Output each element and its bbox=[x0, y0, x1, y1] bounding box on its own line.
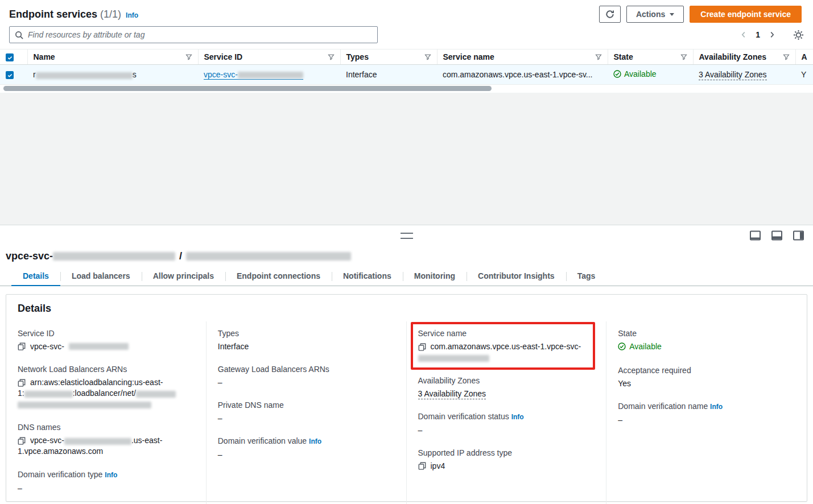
redacted-text bbox=[238, 72, 303, 79]
service-name-line2 bbox=[418, 352, 595, 363]
field-gateway-lb-arns: Gateway Load Balancers ARNs – bbox=[218, 364, 395, 387]
split-panel-divider bbox=[0, 225, 813, 246]
field-label: Service ID bbox=[18, 328, 195, 338]
info-link[interactable]: Info bbox=[105, 471, 117, 479]
column-header-name[interactable]: Name bbox=[27, 49, 198, 65]
field-label: Service name bbox=[418, 328, 595, 338]
column-header-availability-zones[interactable]: Availability Zones bbox=[693, 49, 795, 65]
panel-title-separator: / bbox=[179, 250, 182, 262]
table-row[interactable]: rs vpce-svc- Interface com.amazonaws.vpc… bbox=[0, 65, 813, 85]
field-label: DNS names bbox=[18, 422, 195, 432]
field-domain-verification-status: Domain verification status Info – bbox=[418, 411, 595, 435]
split-panel-side-icon[interactable] bbox=[793, 231, 804, 241]
service-id-link[interactable]: vpce-svc- bbox=[204, 71, 303, 80]
actions-button[interactable]: Actions bbox=[626, 6, 684, 23]
field-label: State bbox=[618, 328, 795, 338]
filter-icon[interactable] bbox=[328, 53, 335, 60]
cell-acceptance: Y bbox=[795, 65, 813, 85]
horizontal-scrollbar[interactable] bbox=[3, 86, 810, 91]
field-label: Domain verification status Info bbox=[418, 411, 595, 422]
field-value: ipv4 bbox=[418, 461, 595, 471]
previous-page-button[interactable] bbox=[740, 31, 748, 39]
current-page[interactable]: 1 bbox=[756, 30, 760, 39]
copy-icon[interactable] bbox=[418, 343, 426, 351]
horizontal-scrollbar-thumb[interactable] bbox=[3, 86, 492, 91]
status-badge: Available bbox=[618, 341, 662, 352]
endpoint-services-page: Endpoint services (1/1) Info Actions Cre… bbox=[0, 0, 813, 502]
filter-icon[interactable] bbox=[185, 53, 192, 60]
redacted-text bbox=[69, 343, 129, 350]
preferences-button[interactable] bbox=[793, 30, 804, 40]
panel-tabs: Details Load balancers Allow principals … bbox=[0, 268, 813, 286]
arn-line2-start: 1: bbox=[18, 389, 24, 398]
field-label: Supported IP address type bbox=[418, 448, 595, 458]
field-service-id: Service ID vpce-svc- bbox=[18, 328, 195, 352]
table-toolbar: 1 bbox=[0, 26, 813, 43]
info-link[interactable]: Info bbox=[710, 403, 723, 411]
column-header-service-id[interactable]: Service ID bbox=[198, 49, 340, 65]
filter-icon[interactable] bbox=[783, 53, 790, 60]
filter-icon[interactable] bbox=[595, 53, 602, 60]
field-value: vpce-svc- bbox=[18, 341, 195, 352]
tab-monitoring[interactable]: Monitoring bbox=[403, 268, 467, 286]
copy-icon[interactable] bbox=[18, 342, 26, 350]
field-domain-verification-name: Domain verification name Info – bbox=[618, 401, 795, 425]
ip-type-text: ipv4 bbox=[431, 461, 445, 471]
check-circle-icon bbox=[613, 70, 621, 78]
search-input[interactable] bbox=[27, 26, 377, 43]
tab-endpoint-connections[interactable]: Endpoint connections bbox=[225, 268, 332, 286]
field-state: State Available bbox=[618, 328, 795, 353]
info-link[interactable]: Info bbox=[511, 413, 524, 421]
availability-zones-popover-trigger[interactable]: 3 Availability Zones bbox=[418, 389, 486, 399]
info-link[interactable]: Info bbox=[126, 11, 138, 19]
column-header-state[interactable]: State bbox=[608, 49, 693, 65]
gear-icon bbox=[793, 30, 804, 40]
details-grid: Service ID vpce-svc- Network Load Balanc… bbox=[6, 321, 807, 501]
redacted-text bbox=[24, 391, 73, 398]
next-page-button[interactable] bbox=[768, 31, 776, 39]
create-endpoint-service-button[interactable]: Create endpoint service bbox=[690, 6, 802, 23]
dns-prefix: vpce-svc- bbox=[30, 436, 64, 445]
field-value: 3 Availability Zones bbox=[418, 389, 595, 399]
field-label: Private DNS name bbox=[218, 400, 395, 410]
caret-down-icon bbox=[670, 13, 674, 16]
split-panel-bottom-icon[interactable] bbox=[750, 231, 761, 241]
field-nlb-arns: Network Load Balancers ARNs arn:aws:elas… bbox=[18, 364, 195, 410]
field-value: – bbox=[218, 449, 395, 460]
filter-icon[interactable] bbox=[424, 53, 431, 60]
column-header-acceptance[interactable]: A bbox=[795, 49, 813, 65]
availability-zones-popover-trigger[interactable]: 3 Availability Zones bbox=[699, 70, 767, 80]
tab-allow-principals[interactable]: Allow principals bbox=[142, 268, 225, 286]
tab-load-balancers[interactable]: Load balancers bbox=[60, 268, 142, 286]
field-value: com.amazonaws.vpce.us-east-1.vpce-svc- bbox=[418, 341, 595, 363]
tab-details[interactable]: Details bbox=[11, 268, 60, 286]
field-value: Available bbox=[618, 341, 795, 353]
column-header-service-name[interactable]: Service name bbox=[437, 49, 608, 65]
copy-icon[interactable] bbox=[418, 462, 426, 470]
field-acceptance-required: Acceptance required Yes bbox=[618, 365, 795, 389]
select-all-checkbox[interactable] bbox=[6, 53, 14, 61]
copy-icon[interactable] bbox=[18, 379, 26, 387]
split-panel-half-icon[interactable] bbox=[771, 231, 782, 241]
tab-contributor-insights[interactable]: Contributor Insights bbox=[467, 268, 566, 286]
service-id-value-text: vpce-svc- bbox=[30, 341, 64, 352]
copy-icon[interactable] bbox=[18, 437, 26, 445]
split-panel-drag-handle[interactable] bbox=[401, 233, 413, 239]
refresh-button[interactable] bbox=[599, 6, 621, 23]
redacted-text bbox=[186, 252, 351, 261]
redacted-text bbox=[36, 72, 133, 79]
row-checkbox[interactable] bbox=[6, 71, 14, 79]
dns-mid: .us-east- bbox=[131, 436, 162, 445]
column-header-types[interactable]: Types bbox=[340, 49, 437, 65]
tab-tags[interactable]: Tags bbox=[566, 268, 607, 286]
field-domain-verification-value: Domain verification value Info – bbox=[218, 436, 395, 460]
service-id-text: vpce-svc- bbox=[204, 70, 238, 79]
column-label: A bbox=[802, 52, 807, 61]
cell-service-id: vpce-svc- bbox=[198, 65, 340, 85]
filter-icon[interactable] bbox=[680, 53, 687, 60]
refresh-icon bbox=[605, 10, 614, 19]
tab-notifications[interactable]: Notifications bbox=[332, 268, 403, 286]
table-container: Name Service ID Types Service name State… bbox=[0, 49, 813, 85]
info-link[interactable]: Info bbox=[309, 437, 321, 445]
redacted-text bbox=[418, 355, 489, 362]
